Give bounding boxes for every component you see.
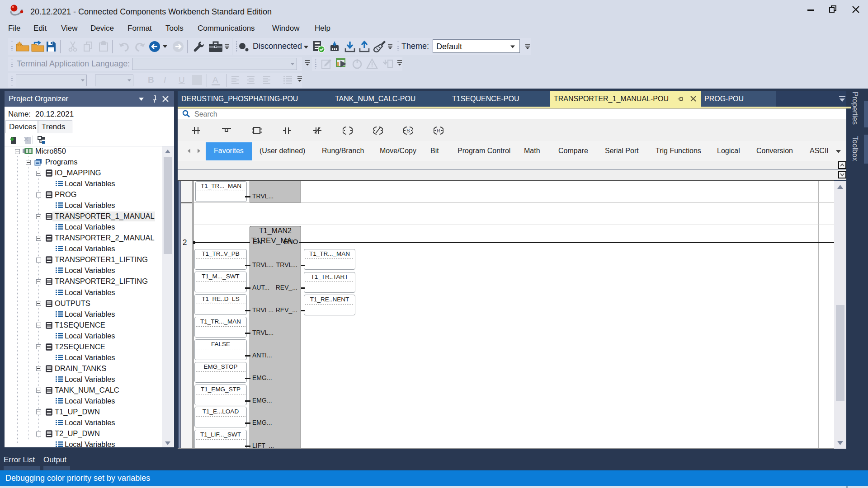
svg-text:R: R: [437, 128, 440, 133]
svg-text:S: S: [406, 128, 410, 133]
